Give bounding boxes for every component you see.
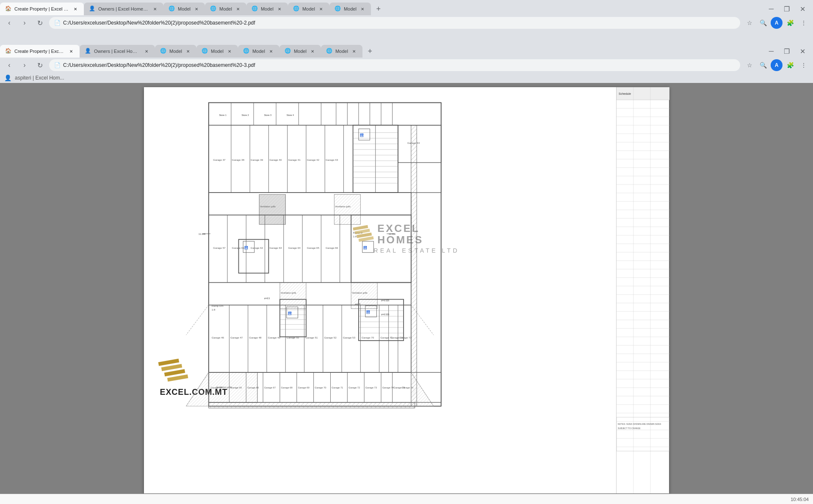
svg-text:Garage 42: Garage 42: [307, 158, 320, 161]
zoom-icon-top[interactable]: 🔍: [757, 17, 769, 29]
svg-text:Garage 72: Garage 72: [348, 386, 360, 389]
tab-label-2: Owners | Excel Homes Real Esta...: [98, 6, 149, 11]
new-tab-button-second[interactable]: +: [364, 45, 376, 57]
svg-text:Store 2: Store 2: [242, 114, 249, 116]
tab-close-s3[interactable]: ✕: [185, 48, 191, 55]
svg-text:Garage 69: Garage 69: [298, 386, 309, 389]
tab-close-2[interactable]: ✕: [152, 6, 158, 12]
tab-model-4[interactable]: 🌐 Model ✕: [205, 3, 246, 15]
profile-icon-top[interactable]: A: [771, 17, 783, 29]
tab-close-4[interactable]: ✕: [235, 6, 241, 12]
address-bar-top: ‹ › ↻ 📄 C:/Users/exceluser/Desktop/New%2…: [0, 15, 813, 30]
svg-text:Garage 70: Garage 70: [315, 386, 326, 389]
svg-text:REAL ESTATE LTD: REAL ESTATE LTD: [373, 247, 459, 254]
tab-close-s1[interactable]: ✕: [68, 48, 75, 55]
svg-text:Ventilation grills: Ventilation grills: [281, 292, 296, 294]
restore-button-second[interactable]: ❐: [780, 47, 793, 56]
tab-create-property-active[interactable]: 🏠 Create Property | Excel Homes R... ✕: [0, 3, 84, 15]
svg-text:🛗: 🛗: [363, 246, 367, 250]
address-bar-second: ‹ › ↻ 📄 C:/Users/exceluser/Desktop/New%2…: [0, 58, 813, 73]
svg-text:11.336: 11.336: [199, 233, 205, 235]
tab-close-1[interactable]: ✕: [72, 6, 79, 12]
tab-close-s7[interactable]: ✕: [351, 48, 357, 55]
new-tab-button-top[interactable]: +: [373, 3, 384, 15]
tab-model-s5[interactable]: 🌐 Model ✕: [238, 45, 279, 58]
tab-close-s5[interactable]: ✕: [268, 48, 274, 55]
svg-text:Ventilation grills: Ventilation grills: [352, 292, 368, 294]
svg-text:Garage 49: Garage 49: [268, 336, 281, 339]
tab-label-s6: Model: [294, 49, 307, 54]
tab-model-7[interactable]: 🌐 Model ✕: [329, 3, 371, 15]
forward-button-second[interactable]: ›: [19, 59, 30, 71]
tab-model-6[interactable]: 🌐 Model ✕: [288, 3, 329, 15]
bookmark-icon-second[interactable]: ☆: [744, 59, 755, 71]
svg-text:🛗: 🛗: [288, 311, 292, 315]
bookmark-icon-top[interactable]: ☆: [744, 17, 755, 29]
address-text-top: C:/Users/exceluser/Desktop/New%20folder%…: [63, 20, 255, 26]
tab-favicon-s4: 🌐: [202, 48, 208, 55]
svg-rect-229: [617, 417, 669, 451]
tab-model-5[interactable]: 🌐 Model ✕: [246, 3, 288, 15]
tab-label-5: Model: [261, 6, 274, 11]
svg-text:Garage 65: Garage 65: [230, 386, 242, 389]
svg-text:1:8: 1:8: [353, 235, 357, 238]
tab-favicon-4: 🌐: [210, 6, 217, 12]
svg-text:NOTES: SIZES SHOWN ARE DRAWN S: NOTES: SIZES SHOWN ARE DRAWN SIZES: [618, 423, 661, 425]
extension-icon-top[interactable]: 🧩: [784, 17, 796, 29]
pdf-content-area: Store 1 Store 2 Store 3 Store 4: [0, 83, 813, 504]
minimize-button-second[interactable]: ─: [766, 47, 777, 56]
tab-create-property-second[interactable]: 🏠 Create Property | Excel Hor... ✕: [0, 45, 80, 58]
tab-favicon-s2: 👤: [85, 48, 91, 55]
svg-text:Garage 43: Garage 43: [326, 158, 338, 161]
tab-model-3[interactable]: 🌐 Model ✕: [163, 3, 205, 15]
address-input-top[interactable]: 📄 C:/Users/exceluser/Desktop/New%20folde…: [49, 17, 740, 29]
svg-text:1:8: 1:8: [212, 308, 216, 311]
tab-model-s7[interactable]: 🌐 Model ✕: [321, 45, 362, 58]
close-button-second[interactable]: ✕: [796, 47, 809, 56]
tab-favicon-s3: 🌐: [160, 48, 167, 55]
svg-marker-182: [411, 372, 434, 406]
tab-close-s4[interactable]: ✕: [226, 48, 233, 55]
tab-label-s1: Create Property | Excel Hor...: [14, 49, 65, 54]
minimize-button-top[interactable]: ─: [766, 4, 777, 14]
tab-close-s6[interactable]: ✕: [309, 48, 316, 55]
tab-close-6[interactable]: ✕: [318, 6, 324, 12]
tab-model-s3[interactable]: 🌐 Model ✕: [155, 45, 196, 58]
svg-text:Garage 63: Garage 63: [269, 246, 282, 249]
floor-plan-svg: Store 1 Store 2 Store 3 Store 4: [148, 91, 614, 451]
restore-button-top[interactable]: ❐: [780, 4, 793, 14]
svg-text:Garage 71: Garage 71: [332, 386, 343, 389]
profile-icon-second[interactable]: A: [771, 59, 783, 71]
tab-favicon-7: 🌐: [335, 6, 341, 12]
refresh-button-second[interactable]: ↻: [34, 59, 46, 71]
tab-favicon-s6: 🌐: [285, 48, 291, 55]
tab-model-s4[interactable]: 🌐 Model ✕: [196, 45, 238, 58]
svg-text:Garage 39: Garage 39: [251, 158, 263, 161]
menu-icon-second[interactable]: ⋮: [798, 59, 810, 71]
pdf-viewer[interactable]: Store 1 Store 2 Store 3 Store 4: [0, 83, 813, 504]
zoom-icon-second[interactable]: 🔍: [757, 59, 769, 71]
close-button-top[interactable]: ✕: [796, 4, 809, 14]
address-text-second: C:/Users/exceluser/Desktop/New%20folder%…: [63, 62, 255, 68]
tab-close-s2[interactable]: ✕: [143, 48, 150, 55]
refresh-button-top[interactable]: ↻: [34, 17, 46, 29]
extension-icon-second[interactable]: 🧩: [784, 59, 796, 71]
back-button-top[interactable]: ‹: [3, 17, 15, 29]
back-button-second[interactable]: ‹: [3, 59, 15, 71]
toolbar-icons-second: ☆ 🔍 A 🧩 ⋮: [744, 59, 810, 71]
tab-label-s4: Model: [211, 49, 224, 54]
menu-icon-top[interactable]: ⋮: [798, 17, 810, 29]
tab-close-3[interactable]: ✕: [193, 6, 200, 12]
svg-rect-55: [209, 193, 411, 215]
forward-button-top[interactable]: ›: [19, 17, 30, 29]
tab-close-7[interactable]: ✕: [359, 6, 366, 12]
svg-text:Garage 67: Garage 67: [264, 386, 276, 389]
address-input-second[interactable]: 📄 C:/Users/exceluser/Desktop/New%20folde…: [49, 59, 740, 71]
time-display: 10:45:04: [791, 497, 809, 502]
browser-window-second: 🏠 Create Property | Excel Hor... ✕ 👤 Own…: [0, 42, 813, 73]
tab-owners-top[interactable]: 👤 Owners | Excel Homes Real Esta... ✕: [84, 3, 163, 15]
tab-favicon-6: 🌐: [293, 6, 300, 12]
tab-close-5[interactable]: ✕: [276, 6, 283, 12]
tab-model-s6[interactable]: 🌐 Model ✕: [279, 45, 321, 58]
tab-owners-second[interactable]: 👤 Owners | Excel Homes Real... ✕: [80, 45, 155, 58]
